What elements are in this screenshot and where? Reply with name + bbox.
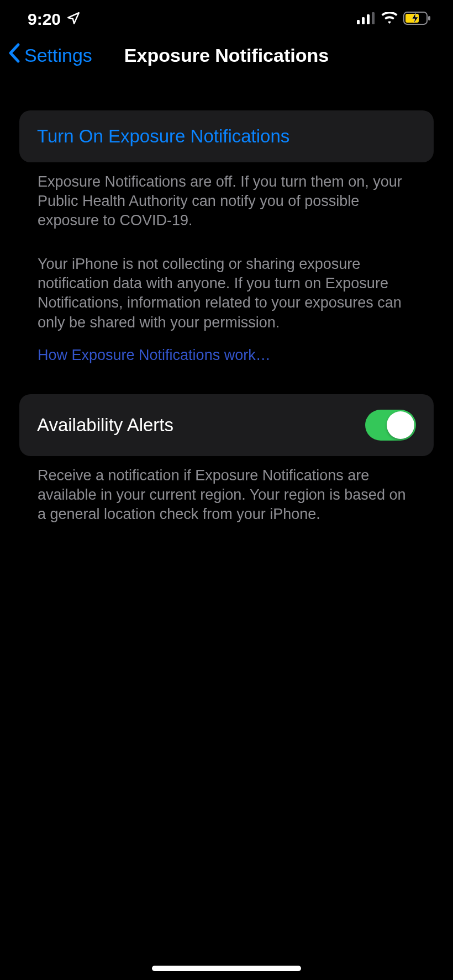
back-label: Settings <box>24 45 92 66</box>
svg-rect-0 <box>357 20 360 24</box>
availability-alerts-footer: Receive a notification if Exposure Notif… <box>19 456 434 524</box>
exposure-description-p1: Exposure Notifications are off. If you t… <box>19 162 434 230</box>
cellular-signal-icon <box>357 12 376 27</box>
page-title: Exposure Notifications <box>124 45 329 66</box>
chevron-left-icon <box>8 43 21 68</box>
svg-rect-6 <box>428 16 430 20</box>
svg-rect-3 <box>372 12 375 24</box>
wifi-icon <box>381 12 398 27</box>
availability-alerts-label: Availability Alerts <box>37 415 173 436</box>
svg-rect-2 <box>367 14 370 24</box>
turn-on-label: Turn On Exposure Notifications <box>37 126 289 147</box>
svg-rect-1 <box>362 17 365 24</box>
back-button[interactable]: Settings <box>8 43 92 68</box>
status-bar: 9:20 <box>0 0 453 33</box>
how-it-works-link[interactable]: How Exposure Notifications work… <box>19 347 289 364</box>
availability-alerts-row: Availability Alerts <box>19 394 434 456</box>
navigation-bar: Settings Exposure Notifications <box>0 33 453 77</box>
battery-charging-icon <box>403 12 431 27</box>
exposure-description-p2: Your iPhone is not collecting or sharing… <box>19 245 434 332</box>
turn-on-exposure-notifications-button[interactable]: Turn On Exposure Notifications <box>19 110 434 162</box>
location-icon <box>66 11 81 28</box>
status-time: 9:20 <box>28 10 61 29</box>
home-indicator[interactable] <box>152 966 301 971</box>
availability-alerts-toggle[interactable] <box>365 410 416 441</box>
toggle-knob <box>387 411 414 439</box>
